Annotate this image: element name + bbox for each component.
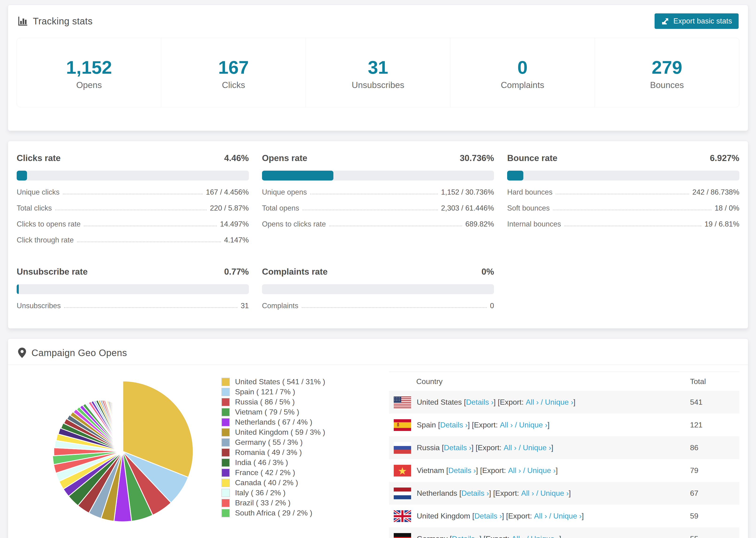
us-flag (394, 397, 417, 408)
rate-detail-label: Clicks to opens rate (17, 220, 81, 228)
total-value: 79 (690, 466, 739, 475)
details-link[interactable]: Details › (449, 466, 476, 475)
summary-stats-row: 1,152Opens167Clicks31Unsubscribes0Compla… (17, 38, 739, 107)
stat-value: 0 (450, 58, 594, 77)
export-unique-link[interactable]: Unique › (531, 534, 559, 538)
stat-value: 279 (595, 58, 739, 77)
geo-table-row: Spain [Details ›] [Export: All › / Uniqu… (389, 413, 739, 436)
rate-detail-label: Unique opens (262, 188, 307, 196)
details-link[interactable]: Details › (466, 398, 494, 406)
rate-head: Unsubscribe rate0.77% (17, 267, 249, 277)
export-all-link[interactable]: All › (500, 421, 513, 429)
stat-label: Unsubscribes (306, 80, 450, 90)
bracket-text: ] [Export: (476, 466, 508, 475)
rate-progress-fill (17, 284, 19, 294)
legend-label: Germany ( 55 / 3% ) (235, 438, 303, 447)
rate-detail-row: Unsubscribes31 (17, 301, 249, 310)
legend-item: United Kingdom ( 59 / 3% ) (221, 427, 337, 437)
export-unique-link[interactable]: Unique › (519, 421, 548, 429)
rate-value: 30.736% (460, 153, 494, 163)
rate-progress-bar (507, 171, 739, 181)
geo-table-header: Country Total (389, 372, 739, 391)
stat-value: 1,152 (17, 58, 161, 77)
bracket-text: ] [Export: (468, 421, 500, 429)
country-cell: Germany [Details ›] [Export: All › / Uni… (389, 533, 690, 538)
rate-detail-label: Internal bounces (507, 220, 561, 228)
details-link[interactable]: Details › (452, 534, 479, 538)
legend-swatch (221, 398, 230, 406)
details-link[interactable]: Details › (444, 443, 471, 452)
legend-swatch (221, 499, 230, 507)
legend-label: India ( 46 / 3% ) (235, 458, 288, 467)
export-unique-link[interactable]: Unique › (545, 398, 573, 406)
summary-stat-clicks: 167Clicks (161, 38, 306, 107)
rate-head: Opens rate30.736% (262, 153, 494, 163)
export-all-link[interactable]: All › (534, 512, 547, 520)
dotted-leader (556, 194, 689, 194)
rate-detail-label: Opens to clicks rate (262, 220, 326, 228)
legend-swatch (221, 458, 230, 467)
rate-detail-row: Unique opens1,152 / 30.736% (262, 188, 494, 196)
rate-block-unsubscribe-rate: Unsubscribe rate0.77%Unsubscribes31 (17, 267, 249, 310)
dotted-leader (55, 210, 207, 210)
rate-detail-value: 14.497% (220, 220, 249, 228)
summary-stat-bounces: 279Bounces (595, 38, 739, 107)
legend-swatch (221, 479, 230, 487)
geo-table-row: Netherlands [Details ›] [Export: All › /… (389, 482, 739, 505)
rate-detail-row: Soft bounces18 / 0% (507, 204, 739, 212)
export-all-link[interactable]: All › (504, 443, 516, 452)
tracking-stats-card: Tracking stats Export basic stats 1,152O… (8, 5, 748, 131)
export-all-link[interactable]: All › (512, 534, 524, 538)
geo-body: United States ( 541 / 31% )Spain ( 121 /… (8, 365, 748, 538)
legend-swatch (221, 428, 230, 437)
details-link[interactable]: Details › (474, 512, 502, 520)
page-title: Tracking stats (33, 16, 92, 27)
geo-header: Campaign Geo Opens (8, 339, 748, 365)
rate-block-bounce-rate: Bounce rate6.927%Hard bounces242 / 86.73… (507, 153, 739, 244)
export-unique-link[interactable]: Unique › (553, 512, 582, 520)
rate-head: Clicks rate4.46% (17, 153, 249, 163)
export-basic-stats-button[interactable]: Export basic stats (655, 13, 739, 29)
rate-detail-row: Total clicks220 / 5.87% (17, 204, 249, 212)
export-unique-link[interactable]: Unique › (523, 443, 551, 452)
bracket-text: ] [Export: (502, 512, 534, 520)
legend-item: Germany ( 55 / 3% ) (221, 437, 337, 447)
export-all-link[interactable]: All › (521, 489, 534, 498)
legend-label: Brazil ( 33 / 2% ) (235, 499, 291, 507)
details-link[interactable]: Details › (440, 421, 468, 429)
legend-item: Brazil ( 33 / 2% ) (221, 498, 337, 508)
rate-block-opens-rate: Opens rate30.736%Unique opens1,152 / 30.… (262, 153, 494, 244)
total-column-header: Total (690, 377, 739, 386)
legend-label: Canada ( 40 / 2% ) (235, 478, 298, 487)
legend-item: France ( 42 / 2% ) (221, 467, 337, 478)
country-cell: Vietnam [Details ›] [Export: All › / Uni… (389, 465, 690, 476)
dotted-leader (84, 226, 217, 226)
country-name: United Kingdom [ (417, 512, 474, 520)
legend-label: Russia ( 86 / 5% ) (235, 398, 295, 406)
rate-progress-bar (262, 284, 494, 294)
rate-detail-row: Complaints0 (262, 301, 494, 310)
export-icon (661, 17, 670, 26)
export-unique-link[interactable]: Unique › (527, 466, 556, 475)
legend-swatch (221, 378, 230, 386)
stat-label: Bounces (595, 80, 739, 90)
stat-label: Opens (17, 80, 161, 90)
details-link[interactable]: Details › (461, 489, 489, 498)
total-value: 67 (690, 489, 739, 498)
link-separator: / (539, 398, 545, 406)
rate-progress-fill (507, 171, 523, 181)
legend-label: Italy ( 36 / 2% ) (235, 488, 286, 497)
bar-chart-icon (17, 16, 28, 27)
stat-label: Complaints (450, 80, 594, 90)
country-name: Spain [ (417, 421, 440, 429)
es-flag (394, 419, 417, 431)
bracket-text: ] (551, 443, 553, 452)
bracket-text: ] (573, 398, 575, 406)
link-separator: / (516, 443, 523, 452)
export-all-link[interactable]: All › (526, 398, 539, 406)
legend-swatch (221, 509, 230, 517)
rate-value: 0% (482, 267, 494, 277)
bracket-text: ] [Export: (479, 534, 512, 538)
export-all-link[interactable]: All › (508, 466, 521, 475)
export-unique-link[interactable]: Unique › (540, 489, 568, 498)
